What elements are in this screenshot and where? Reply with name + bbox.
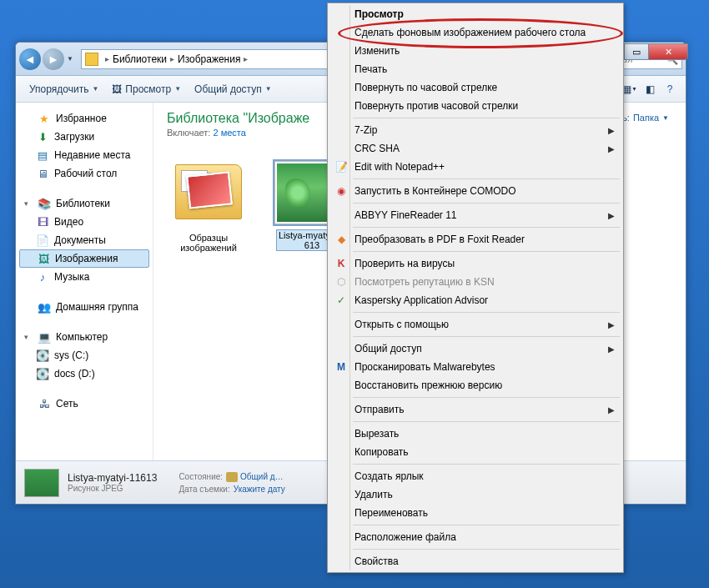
ctx-scan-virus[interactable]: KПроверить на вирусы	[329, 254, 621, 273]
organize-menu[interactable]: Упорядочить▼	[23, 80, 105, 98]
foxit-icon: ◆	[334, 233, 348, 246]
ctx-open-with[interactable]: Открыть с помощью▶	[329, 315, 621, 334]
details-filetype: Рисунок JPEG	[68, 484, 157, 493]
ctx-set-desktop-background[interactable]: Сделать фоновым изображением рабочего ст…	[329, 23, 621, 42]
sidebar-item-pictures[interactable]: 🖼Изображения	[19, 249, 149, 268]
desktop-icon: 🖥	[36, 167, 49, 180]
folder-item-samples[interactable]: Образцы изображений	[167, 161, 250, 253]
sidebar-item-video[interactable]: 🎞Видео	[19, 213, 149, 231]
sidebar-item-drive-c[interactable]: 💽sys (C:)	[19, 346, 149, 364]
ctx-send-to[interactable]: Отправить▶	[329, 400, 621, 419]
chevron-down-icon: ▼	[92, 85, 98, 93]
drive-icon: 💽	[36, 349, 49, 362]
ctx-notepad[interactable]: 📝Edit with Notepad++	[329, 158, 621, 176]
ctx-copy[interactable]: Копировать	[329, 443, 621, 461]
details-thumbnail	[24, 469, 59, 497]
music-icon: ♪	[36, 270, 49, 284]
sidebar-item-music[interactable]: ♪Музыка	[19, 268, 149, 286]
includes-link[interactable]: 2 места	[213, 128, 245, 138]
ctx-7zip[interactable]: 7-Zip▶	[329, 121, 621, 139]
ctx-create-shortcut[interactable]: Создать ярлык	[329, 467, 621, 485]
chevron-down-icon: ▼	[174, 85, 181, 93]
sidebar-libraries-header[interactable]: ▾📚Библиотеки	[19, 194, 149, 213]
sidebar-item-recent[interactable]: ▤Недавние места	[19, 146, 149, 164]
breadcrumb-sep-icon: ▸	[244, 54, 248, 63]
preview-pane-button[interactable]: ◧	[641, 80, 659, 98]
kaspersky-k-icon: K	[334, 257, 348, 270]
ctx-edit[interactable]: Изменить	[329, 42, 621, 60]
collapse-icon: ▾	[24, 333, 33, 341]
submenu-arrow-icon: ▶	[608, 126, 615, 135]
ctx-cut[interactable]: Вырезать	[329, 425, 621, 443]
sidebar-item-downloads[interactable]: ⬇Загрузки	[19, 128, 149, 146]
breadcrumb-sep-icon: ▸	[105, 54, 109, 63]
sidebar-network-header[interactable]: 🖧Сеть	[19, 395, 149, 413]
pictures-icon: 🖼	[37, 252, 50, 265]
library-icon: 📚	[38, 197, 51, 210]
comodo-icon: ◉	[334, 184, 348, 198]
help-button[interactable]: ?	[661, 80, 679, 98]
nav-history-dropdown[interactable]: ▼	[64, 51, 76, 68]
nav-back-button[interactable]: ◄	[19, 48, 41, 70]
sidebar-homegroup-header[interactable]: 👥Домашняя группа	[19, 298, 149, 316]
downloads-icon: ⬇	[36, 130, 49, 143]
network-icon: 🖧	[38, 397, 51, 410]
breadcrumb-seg2[interactable]: Изображения	[178, 53, 240, 65]
share-menu[interactable]: Общий доступ▼	[188, 80, 279, 98]
maximize-button[interactable]: ▭	[624, 43, 649, 60]
star-icon: ★	[38, 112, 51, 125]
malwarebytes-icon: M	[334, 360, 348, 374]
submenu-arrow-icon: ▶	[608, 320, 615, 329]
submenu-arrow-icon: ▶	[608, 211, 615, 220]
ctx-rotate-cw[interactable]: Повернуть по часовой стрелке	[329, 78, 621, 97]
ctx-crc-sha[interactable]: CRC SHA▶	[329, 139, 621, 158]
computer-icon: 💻	[38, 330, 51, 344]
kaspersky-icon: ✓	[334, 294, 348, 307]
video-icon: 🎞	[36, 215, 49, 229]
chevron-down-icon: ▼	[265, 85, 272, 93]
collapse-icon: ▾	[24, 199, 33, 208]
ctx-malwarebytes[interactable]: MПросканировать Malwarebytes	[329, 358, 621, 376]
breadcrumb-seg1[interactable]: Библиотеки	[113, 53, 167, 65]
details-filename: Listya-myatyi-11613	[68, 472, 157, 484]
ctx-abbyy[interactable]: ABBYY FineReader 11▶	[329, 206, 621, 224]
ctx-delete[interactable]: Удалить	[329, 485, 621, 504]
ctx-print[interactable]: Печать	[329, 60, 621, 78]
sidebar-computer-header[interactable]: ▾💻Компьютер	[19, 328, 149, 346]
nav-forward-button[interactable]: ►	[43, 48, 64, 70]
ctx-rotate-ccw[interactable]: Повернуть против часовой стрелки	[329, 97, 621, 115]
ctx-properties[interactable]: Свойства	[329, 552, 621, 570]
ctx-share[interactable]: Общий доступ▶	[329, 339, 621, 358]
details-state-value: Общий д…	[226, 472, 284, 482]
ctx-preview[interactable]: Просмотр	[329, 5, 621, 23]
submenu-arrow-icon: ▶	[608, 344, 615, 354]
details-date-label: Дата съемки:	[179, 485, 229, 494]
notepad-icon: 📝	[334, 160, 348, 173]
sidebar-item-documents[interactable]: 📄Документы	[19, 231, 149, 249]
details-date-value[interactable]: Укажите дату	[234, 485, 285, 494]
chevron-down-icon: ▼	[662, 114, 669, 122]
ctx-file-location[interactable]: Расположение файла	[329, 528, 621, 546]
sidebar-item-desktop[interactable]: 🖥Рабочий стол	[19, 164, 149, 183]
preview-menu[interactable]: 🖼Просмотр▼	[105, 80, 188, 98]
submenu-arrow-icon: ▶	[608, 405, 615, 415]
submenu-arrow-icon: ▶	[608, 144, 615, 153]
sidebar-favorites-header[interactable]: ★Избранное	[19, 109, 149, 128]
ctx-kaspersky-advisor[interactable]: ✓Kaspersky Application Advisor	[329, 291, 621, 309]
ctx-foxit[interactable]: ◆Преобразовать в PDF в Foxit Reader	[329, 230, 621, 249]
ctx-restore-version[interactable]: Восстановить прежнюю версию	[329, 376, 621, 395]
shared-icon	[226, 472, 238, 482]
ctx-ksn[interactable]: ⬡Посмотреть репутацию в KSN	[329, 273, 621, 291]
homegroup-icon: 👥	[38, 300, 51, 314]
sidebar-item-drive-d[interactable]: 💽docs (D:)	[19, 364, 149, 383]
close-button[interactable]: ✕	[648, 43, 688, 60]
breadcrumb-sep-icon: ▸	[170, 54, 174, 63]
picture-icon: 🖼	[112, 83, 122, 95]
ctx-rename[interactable]: Переименовать	[329, 504, 621, 522]
library-icon	[85, 53, 98, 66]
document-icon: 📄	[36, 234, 49, 247]
nav-sidebar: ★Избранное ⬇Загрузки ▤Недавние места 🖥Ра…	[16, 103, 153, 460]
drive-icon: 💽	[36, 367, 49, 380]
ctx-comodo[interactable]: ◉Запустить в Контейнере COMODO	[329, 182, 621, 200]
recent-icon: ▤	[36, 148, 49, 162]
